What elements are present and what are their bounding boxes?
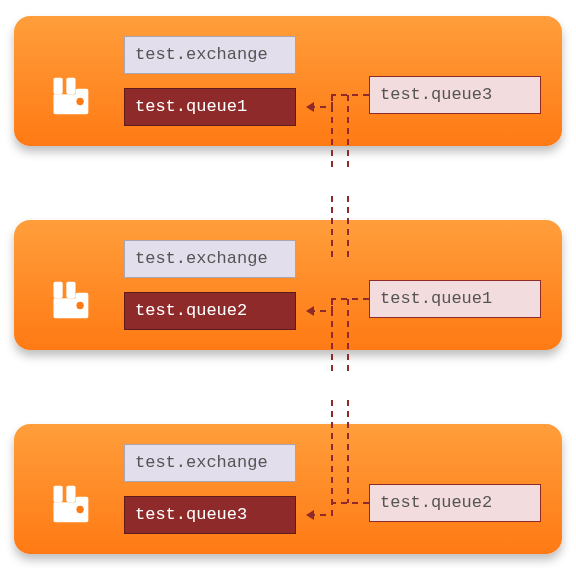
- secondary-queue-box: test.queue1: [369, 280, 541, 318]
- exchange-box: test.exchange: [124, 240, 296, 278]
- svg-point-5: [76, 302, 83, 309]
- secondary-queue-box: test.queue2: [369, 484, 541, 522]
- rabbitmq-icon: [48, 74, 92, 118]
- diagram-stage: test.exchange test.queue1 test.queue3 te…: [0, 0, 576, 568]
- exchange-box: test.exchange: [124, 444, 296, 482]
- svg-rect-0: [54, 78, 63, 95]
- broker-node-1: test.exchange test.queue1 test.queue3: [14, 16, 562, 146]
- exchange-box: test.exchange: [124, 36, 296, 74]
- primary-queue-box: test.queue1: [124, 88, 296, 126]
- broker-node-3: test.exchange test.queue3 test.queue2: [14, 424, 562, 554]
- svg-rect-7: [66, 486, 75, 503]
- rabbitmq-icon: [48, 278, 92, 322]
- secondary-queue-box: test.queue3: [369, 76, 541, 114]
- svg-point-2: [76, 98, 83, 105]
- broker-node-2: test.exchange test.queue2 test.queue1: [14, 220, 562, 350]
- svg-rect-4: [66, 282, 75, 299]
- primary-queue-box: test.queue2: [124, 292, 296, 330]
- svg-rect-3: [54, 282, 63, 299]
- svg-rect-1: [66, 78, 75, 95]
- svg-point-8: [76, 506, 83, 513]
- svg-rect-6: [54, 486, 63, 503]
- rabbitmq-icon: [48, 482, 92, 526]
- primary-queue-box: test.queue3: [124, 496, 296, 534]
